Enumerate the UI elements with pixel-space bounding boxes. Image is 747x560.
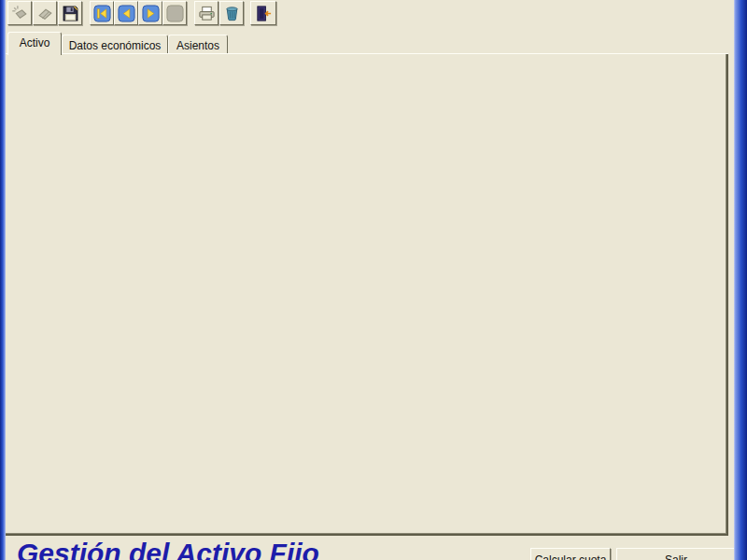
window-border-left [0,0,6,560]
edit-record-button[interactable] [33,1,57,25]
save-button[interactable] [58,1,82,25]
tab-datos-economicos[interactable]: Datos económicos [62,35,168,53]
new-icon [11,5,29,22]
toolbar [6,0,734,30]
tab-activo[interactable]: Activo [7,32,62,55]
bdamort-window: Activo Datos económicos Asientos BDAMORT… [0,0,747,560]
print-button[interactable] [194,1,218,25]
tab-label: Asientos [176,39,219,52]
salir-button[interactable]: Salir [616,548,736,560]
tab-asientos[interactable]: Asientos [168,35,228,53]
tab-page-activo [4,53,728,536]
salir-button-label: Salir [665,553,687,560]
floppy-save-icon [62,5,79,22]
printer-icon [198,5,216,22]
next-record-button[interactable] [138,1,162,25]
first-record-button[interactable] [90,1,114,25]
calcular-button-label: Calcular cuota [535,553,607,560]
delete-button[interactable] [219,1,244,25]
calcular-button[interactable]: Calcular cuota [530,548,611,560]
last-record-icon [166,5,184,22]
last-record-button[interactable] [162,1,187,25]
eraser-icon [36,5,54,22]
tab-label: Datos económicos [69,39,162,52]
previous-record-button[interactable] [114,1,138,25]
trash-icon [223,5,241,22]
exit-button[interactable] [250,1,276,25]
tab-label: Activo [20,36,50,49]
new-record-button[interactable] [7,1,32,25]
next-record-icon [142,5,160,22]
exit-door-icon [255,5,273,22]
window-border-right [734,0,747,560]
footer-title: Gestión del Activo Fijo [17,538,319,560]
first-record-icon [93,5,111,22]
previous-record-icon [118,5,135,22]
